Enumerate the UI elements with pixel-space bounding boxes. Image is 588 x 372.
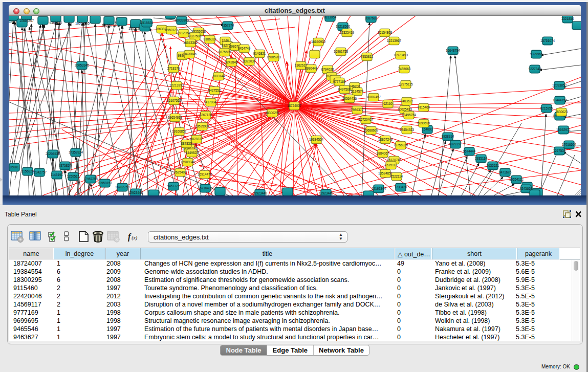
svg-text:164093: 164093: [422, 127, 433, 131]
svg-text:12444154: 12444154: [553, 98, 568, 102]
svg-text:16120746: 16120746: [387, 158, 402, 162]
svg-text:13454923: 13454923: [400, 128, 415, 132]
svg-text:16640910: 16640910: [311, 40, 326, 43]
svg-text:(x): (x): [132, 235, 138, 241]
svg-text:18300295: 18300295: [265, 111, 280, 115]
svg-text:12923448: 12923448: [128, 191, 143, 194]
svg-text:7625402: 7625402: [174, 170, 187, 174]
svg-text:12213393: 12213393: [169, 83, 184, 87]
svg-text:10958157: 10958157: [98, 181, 113, 185]
svg-text:8960123: 8960123: [165, 28, 178, 32]
svg-text:85001: 85001: [10, 165, 19, 169]
svg-text:10973493: 10973493: [394, 53, 408, 57]
svg-text:10807457: 10807457: [366, 95, 381, 99]
svg-text:15720407: 15720407: [359, 118, 374, 121]
svg-text:2718176: 2718176: [167, 67, 180, 70]
svg-text:9242848: 9242848: [225, 60, 238, 64]
svg-text:17957255: 17957255: [83, 177, 98, 181]
svg-text:8878332: 8878332: [190, 137, 203, 141]
svg-text:10653267: 10653267: [19, 19, 34, 23]
svg-text:7986372: 7986372: [351, 108, 364, 112]
svg-text:8215955: 8215955: [540, 106, 553, 110]
svg-text:12975115: 12975115: [399, 82, 413, 86]
svg-text:8322037: 8322037: [243, 59, 256, 63]
svg-text:6794028: 6794028: [321, 68, 334, 71]
svg-text:7955812: 7955812: [361, 55, 374, 58]
svg-text:8427552: 8427552: [208, 89, 221, 92]
svg-text:19218506: 19218506: [336, 25, 351, 28]
svg-text:15716485: 15716485: [198, 186, 213, 190]
svg-text:3267130: 3267130: [200, 113, 212, 117]
svg-text:1321854: 1321854: [561, 17, 574, 20]
svg-text:13495754: 13495754: [402, 113, 417, 117]
svg-text:f: f: [128, 232, 132, 242]
svg-text:6899695: 6899695: [418, 121, 430, 125]
svg-text:16914479: 16914479: [198, 172, 212, 176]
svg-text:6879197: 6879197: [449, 142, 462, 146]
svg-text:12923448: 12923448: [319, 191, 334, 195]
svg-text:23420046: 23420046: [182, 52, 197, 56]
svg-text:8471676: 8471676: [499, 170, 512, 174]
svg-text:2522114: 2522114: [390, 174, 403, 178]
svg-text:946206: 946206: [349, 84, 360, 88]
svg-text:9674444: 9674444: [463, 149, 476, 153]
svg-text:16909948: 16909948: [181, 160, 195, 164]
svg-text:9884067: 9884067: [377, 151, 389, 155]
svg-text:1615112: 1615112: [385, 163, 398, 167]
svg-text:20053346: 20053346: [75, 63, 90, 67]
svg-text:9146821: 9146821: [253, 52, 266, 55]
svg-text:9245652: 9245652: [520, 187, 533, 190]
svg-text:417004: 417004: [205, 100, 216, 104]
svg-text:79756928: 79756928: [394, 143, 408, 147]
svg-text:20564436: 20564436: [342, 97, 357, 100]
svg-text:16107552: 16107552: [167, 99, 182, 102]
svg-text:16648784: 16648784: [446, 49, 461, 52]
svg-text:8186323: 8186323: [204, 37, 216, 41]
svg-text:16154808: 16154808: [378, 31, 393, 34]
svg-text:19654933: 19654933: [168, 116, 183, 119]
svg-text:15885203: 15885203: [267, 55, 281, 59]
svg-text:10688609: 10688609: [364, 128, 379, 132]
svg-text:7515524: 7515524: [141, 21, 154, 25]
svg-text:16671355: 16671355: [75, 21, 90, 25]
svg-text:19166852: 19166852: [172, 129, 187, 133]
svg-text:7485063: 7485063: [398, 67, 411, 71]
svg-text:16782759: 16782759: [115, 185, 130, 189]
svg-text:10025433: 10025433: [398, 107, 412, 111]
svg-text:9327503: 9327503: [189, 34, 202, 38]
svg-text:8938914: 8938914: [442, 135, 454, 138]
svg-text:16961758: 16961758: [334, 50, 349, 53]
svg-text:1733426: 1733426: [395, 185, 407, 189]
svg-text:62160: 62160: [383, 102, 393, 105]
svg-text:16033809: 16033809: [175, 18, 189, 22]
svg-text:3124574: 3124574: [351, 90, 364, 93]
svg-text:9777169: 9777169: [333, 80, 346, 83]
svg-text:17359924: 17359924: [69, 150, 83, 154]
svg-text:12342757: 12342757: [32, 170, 47, 174]
svg-text:12923448: 12923448: [253, 191, 268, 195]
svg-text:8990448: 8990448: [305, 67, 318, 70]
svg-text:17016504: 17016504: [562, 143, 577, 146]
svg-text:1145191: 1145191: [51, 173, 63, 177]
svg-text:6466160: 6466160: [50, 21, 62, 25]
svg-text:1267534: 1267534: [553, 149, 566, 152]
svg-text:13535934: 13535934: [195, 124, 210, 128]
svg-text:10654122: 10654122: [509, 178, 524, 181]
svg-text:7357274: 7357274: [222, 24, 234, 27]
svg-text:18807249: 18807249: [378, 138, 393, 141]
svg-text:887833: 887833: [181, 142, 192, 145]
svg-text:9875685: 9875685: [219, 50, 231, 54]
svg-text:9457721: 9457721: [167, 184, 180, 188]
svg-text:7803144: 7803144: [212, 74, 225, 78]
svg-text:9375857: 9375857: [59, 164, 72, 167]
svg-text:1530023: 1530023: [555, 110, 568, 114]
svg-text:16543362: 16543362: [183, 41, 198, 45]
svg-text:20206535: 20206535: [46, 152, 60, 156]
svg-text:15692971: 15692971: [556, 128, 571, 132]
svg-text:9227343: 9227343: [529, 67, 541, 71]
svg-text:1250515: 1250515: [67, 174, 80, 178]
svg-text:8813054: 8813054: [324, 16, 337, 19]
svg-text:12325419: 12325419: [340, 31, 355, 34]
svg-text:8454749: 8454749: [238, 47, 251, 50]
svg-text:18724007: 18724007: [287, 104, 302, 107]
